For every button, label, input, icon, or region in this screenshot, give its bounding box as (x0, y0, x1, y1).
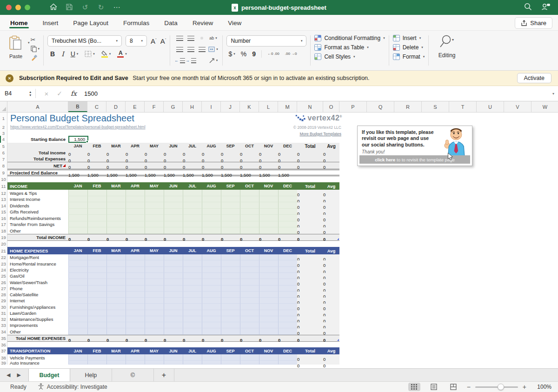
item-label[interactable]: Phone (7, 286, 68, 292)
cell[interactable]: 0 (323, 279, 339, 286)
cell[interactable]: 0 (87, 162, 106, 169)
month-header[interactable]: JAN (68, 347, 87, 354)
italic-button[interactable]: I (61, 50, 64, 58)
month-header[interactable]: MAY (145, 143, 164, 149)
cell[interactable] (145, 361, 164, 365)
month-header[interactable]: JUL (183, 347, 202, 354)
cell[interactable] (183, 215, 202, 221)
cell[interactable]: 0 (202, 162, 221, 169)
cell[interactable] (164, 227, 183, 234)
month-header[interactable]: MAY (145, 182, 164, 190)
row-header-9[interactable]: 9 (0, 169, 7, 176)
cell[interactable] (221, 202, 240, 209)
cell[interactable]: 0 (323, 234, 339, 240)
cell[interactable]: 0 (183, 234, 202, 240)
cell[interactable] (126, 328, 145, 335)
cell[interactable] (221, 361, 240, 365)
cell[interactable]: 0 (145, 335, 164, 341)
cell[interactable] (278, 354, 297, 361)
cell[interactable] (259, 254, 278, 260)
month-header[interactable]: MAR (106, 247, 126, 254)
align-center-icon[interactable] (187, 47, 194, 52)
column-header-G[interactable]: G (164, 101, 183, 112)
month-header[interactable]: JAN (68, 182, 87, 190)
cell[interactable]: 0 (297, 254, 323, 260)
cell[interactable] (183, 361, 202, 365)
align-top-icon[interactable] (176, 36, 183, 41)
sheet-tab-budget[interactable]: Budget (28, 369, 70, 381)
row-header-6[interactable]: 6 (0, 149, 7, 156)
month-header[interactable]: DEC (278, 347, 297, 354)
cell[interactable] (202, 279, 221, 286)
cell[interactable] (68, 316, 87, 322)
cell[interactable]: 0 (323, 227, 339, 234)
cell[interactable]: 0 (297, 202, 323, 209)
cell[interactable] (164, 279, 183, 286)
fill-color-button[interactable]: ▾ (101, 51, 111, 58)
font-size-select[interactable]: 8 ▾ (126, 35, 147, 47)
cell[interactable]: 1,500 (202, 170, 221, 175)
cell[interactable]: 0 (106, 156, 126, 162)
ribbon-tab-page-layout[interactable]: Page Layout (72, 16, 109, 29)
cell[interactable] (240, 267, 259, 273)
cell[interactable]: 0 (297, 162, 323, 169)
cell[interactable] (164, 196, 183, 202)
cell[interactable]: 1,500 (145, 170, 164, 175)
cell[interactable]: 0 (323, 286, 339, 292)
row-header-29[interactable]: 29 (0, 298, 7, 304)
cell[interactable] (7, 143, 68, 149)
cell[interactable]: 0 (106, 335, 126, 341)
column-header-L[interactable]: L (259, 101, 278, 112)
cell[interactable] (87, 304, 106, 310)
month-header[interactable]: SEP (221, 143, 240, 149)
cell[interactable] (221, 227, 240, 234)
cell[interactable] (145, 196, 164, 202)
cell[interactable] (183, 328, 202, 335)
cell[interactable] (297, 170, 323, 175)
row-header-25[interactable]: 25 (0, 273, 7, 279)
cell[interactable]: 0 (202, 149, 221, 156)
cell[interactable] (145, 322, 164, 328)
formula-bar-expand-icon[interactable]: ▾ (552, 92, 554, 96)
cell[interactable] (202, 361, 221, 365)
month-header[interactable]: SEP (221, 182, 240, 190)
align-middle-icon[interactable] (187, 36, 194, 41)
cell[interactable] (278, 196, 297, 202)
cell[interactable]: 0 (221, 149, 240, 156)
item-label[interactable]: Interest Income (7, 196, 68, 202)
month-header[interactable]: OCT (240, 247, 259, 254)
cell[interactable] (259, 273, 278, 279)
cell[interactable]: 0 (183, 335, 202, 341)
cell[interactable] (183, 209, 202, 215)
cell[interactable] (68, 286, 87, 292)
copy-icon[interactable]: ▾ (31, 46, 40, 52)
cell[interactable]: 0 (68, 234, 87, 240)
month-header[interactable]: MAY (145, 247, 164, 254)
month-header[interactable]: JUL (183, 143, 202, 149)
cell[interactable]: 1,500 (87, 170, 106, 175)
item-label[interactable]: Cable/Satellite (7, 292, 68, 298)
cell[interactable] (126, 215, 145, 221)
month-header[interactable]: JAN (68, 143, 87, 149)
column-header-H[interactable]: H (183, 101, 202, 112)
cell[interactable] (278, 316, 297, 322)
section-name[interactable]: HOME EXPENSES (7, 247, 68, 254)
month-header[interactable]: APR (126, 347, 145, 354)
cell[interactable] (183, 202, 202, 209)
cell[interactable] (278, 292, 297, 298)
zoom-slider[interactable] (475, 386, 518, 388)
home-icon[interactable] (49, 3, 58, 12)
summary-label[interactable]: Total Income (7, 149, 68, 156)
cell[interactable]: 0 (297, 354, 323, 361)
decrease-decimal-button[interactable]: .00 →0 (285, 52, 297, 56)
cell[interactable] (164, 354, 183, 361)
cell[interactable] (259, 304, 278, 310)
cell[interactable] (164, 316, 183, 322)
zoom-level[interactable]: 100% (534, 384, 551, 390)
row-header-31[interactable]: 31 (0, 310, 7, 316)
cell[interactable] (145, 202, 164, 209)
cell[interactable] (126, 304, 145, 310)
cell[interactable] (259, 267, 278, 273)
prev-sheet-icon[interactable]: ◀ (7, 372, 10, 378)
cell[interactable] (164, 328, 183, 335)
